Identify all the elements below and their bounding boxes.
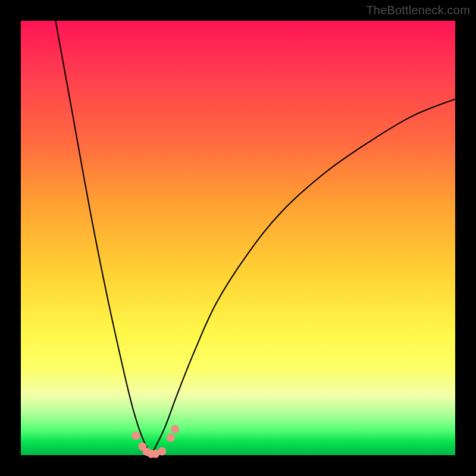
watermark-text: TheBottleneck.com [366,4,470,17]
trough-dot [171,425,179,433]
curve-group [55,21,455,455]
outer-frame: TheBottleneck.com [0,0,476,476]
trough-dot [158,447,166,455]
right-curve [151,99,455,455]
trough-dot [167,434,175,442]
curves-layer [21,21,455,455]
left-curve [55,21,151,455]
trough-dot [131,431,140,440]
